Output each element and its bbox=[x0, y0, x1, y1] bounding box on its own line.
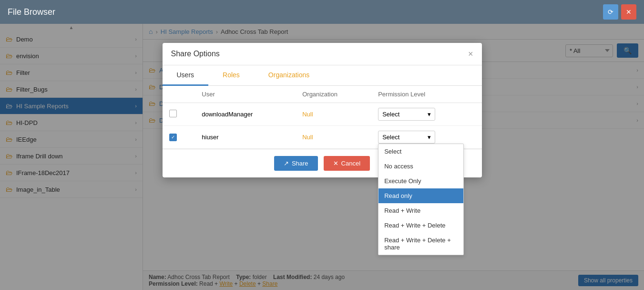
col-checkbox-header bbox=[163, 86, 195, 103]
dropdown-button[interactable]: Select▾ bbox=[378, 131, 435, 144]
close-button[interactable]: ✕ bbox=[621, 4, 636, 20]
row-checkbox[interactable]: ✓ bbox=[169, 134, 177, 141]
dropdown-wrapper: Select▾SelectNo accessExecute OnlyRead o… bbox=[378, 131, 435, 144]
dropdown-current-value: Select bbox=[382, 134, 399, 141]
org-cell: Null bbox=[296, 126, 371, 149]
tab-roles[interactable]: Roles bbox=[208, 65, 254, 86]
user-cell: downloadManager bbox=[195, 103, 296, 126]
modal-close-button[interactable]: × bbox=[468, 50, 473, 58]
modal-header: Share Options × bbox=[163, 43, 482, 65]
users-table: User Organization Permission Level downl… bbox=[163, 86, 482, 149]
tab-organizations[interactable]: Organizations bbox=[254, 65, 324, 86]
dropdown-option[interactable]: Read + Write + Delete bbox=[378, 218, 463, 233]
cancel-icon: ✕ bbox=[333, 160, 338, 167]
permission-cell: Select▾SelectNo accessExecute OnlyRead o… bbox=[371, 126, 481, 149]
share-button[interactable]: ↗ Share bbox=[274, 156, 318, 171]
share-icon: ↗ bbox=[284, 160, 289, 167]
share-options-modal: Share Options × UsersRolesOrganizations … bbox=[163, 43, 482, 177]
modal-title: Share Options bbox=[171, 50, 220, 58]
dropdown-option[interactable]: No access bbox=[378, 159, 463, 174]
user-cell: hiuser bbox=[195, 126, 296, 149]
cancel-button[interactable]: ✕ Cancel bbox=[324, 156, 370, 171]
topbar: File Browser ⟳ ✕ bbox=[0, 0, 644, 24]
dropdown-option[interactable]: Select bbox=[378, 144, 463, 159]
chevron-down-icon: ▾ bbox=[428, 134, 431, 141]
topbar-actions: ⟳ ✕ bbox=[603, 4, 636, 20]
modal-overlay: Share Options × UsersRolesOrganizations … bbox=[0, 24, 644, 290]
col-user-header: User bbox=[195, 86, 296, 103]
col-perm-header: Permission Level bbox=[371, 86, 481, 103]
table-row: ✓hiuserNullSelect▾SelectNo accessExecute… bbox=[163, 126, 482, 149]
modal-tabs: UsersRolesOrganizations bbox=[163, 65, 482, 86]
share-label: Share bbox=[292, 160, 308, 167]
row-checkbox[interactable] bbox=[169, 110, 177, 117]
tab-users[interactable]: Users bbox=[163, 65, 209, 86]
modal-table-container: User Organization Permission Level downl… bbox=[163, 86, 482, 149]
app-title: File Browser bbox=[8, 7, 55, 17]
dropdown-option[interactable]: Read only bbox=[378, 188, 463, 203]
col-org-header: Organization bbox=[296, 86, 371, 103]
dropdown-button[interactable]: Select▾ bbox=[378, 108, 435, 121]
dropdown-option[interactable]: Execute Only bbox=[378, 174, 463, 188]
chevron-down-icon: ▾ bbox=[428, 111, 431, 118]
main-layout: ▲ 🗁 Demo › 🗁 envision › 🗁 Filter › 🗁 Fil… bbox=[0, 24, 644, 290]
dropdown-current-value: Select bbox=[382, 111, 399, 118]
dropdown-wrapper: Select▾ bbox=[378, 108, 435, 121]
refresh-button[interactable]: ⟳ bbox=[603, 4, 618, 20]
permission-cell: Select▾ bbox=[371, 103, 481, 126]
table-row: downloadManagerNullSelect▾ bbox=[163, 103, 482, 126]
dropdown-option[interactable]: Read + Write + Delete + share bbox=[378, 233, 463, 255]
dropdown-menu: SelectNo accessExecute OnlyRead onlyRead… bbox=[378, 144, 464, 255]
org-cell: Null bbox=[296, 103, 371, 126]
dropdown-option[interactable]: Read + Write bbox=[378, 203, 463, 218]
cancel-label: Cancel bbox=[341, 160, 360, 167]
